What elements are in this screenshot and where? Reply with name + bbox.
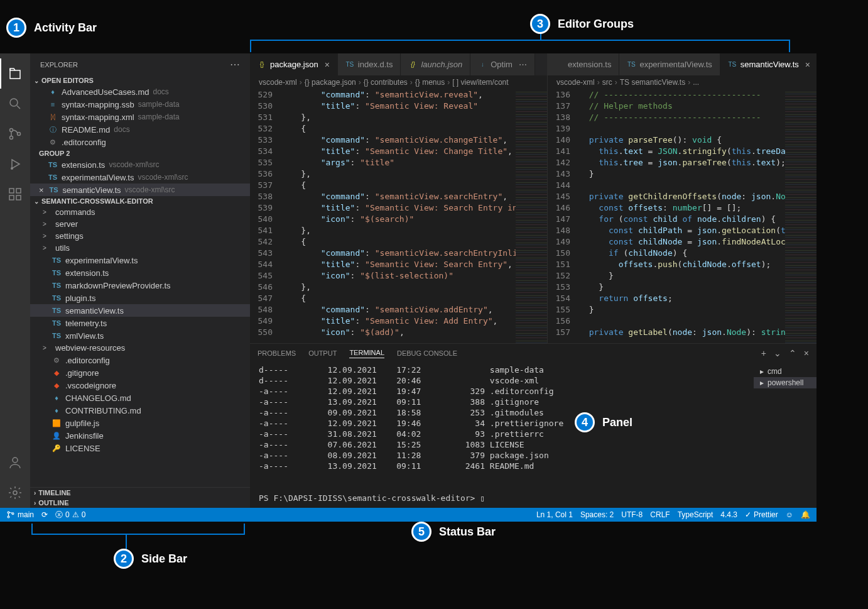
annotation-label: Side Bar xyxy=(141,552,187,565)
sync-status[interactable]: ⟳ xyxy=(41,510,48,519)
more-icon[interactable]: ⋯ xyxy=(230,58,240,70)
tree-item[interactable]: ♦CHANGELOG.md xyxy=(30,392,250,404)
accounts-icon[interactable] xyxy=(0,447,30,478)
vscode-window: EXPLORER ⋯ ⌄OPEN EDITORS ♦AdvancedUseCas… xyxy=(0,53,816,522)
panel-tab[interactable]: TERMINAL xyxy=(349,348,384,358)
tree-item[interactable]: 🔑LICENSE xyxy=(30,442,250,454)
editor-tab[interactable]: TSsemanticView.ts× xyxy=(720,53,816,75)
panel-tab[interactable]: OUTPUT xyxy=(308,348,337,358)
open-editor-item[interactable]: ♦AdvancedUseCases.md docs xyxy=(30,85,250,98)
terminal-output[interactable]: d----- 12.09.2021 17:22 sample-data d---… xyxy=(250,362,754,508)
timeline-header[interactable]: ›TIMELINE xyxy=(30,487,250,498)
project-header[interactable]: ⌄SEMANTIC-CROSSWALK-EDITOR xyxy=(30,196,250,206)
editor-tab[interactable]: extension.ts xyxy=(548,53,619,75)
tree-item[interactable]: TSxmlView.ts xyxy=(30,329,250,342)
tree-item[interactable]: TSsemanticView.ts xyxy=(30,304,250,317)
open-editor-item[interactable]: ⚙.editorconfig xyxy=(30,136,250,148)
search-icon[interactable] xyxy=(0,89,30,119)
feedback-icon[interactable]: ☺ xyxy=(786,510,793,519)
editor-group-2: extension.tsTSexperimentalView.tsTSseman… xyxy=(548,53,816,343)
group2-header[interactable]: GROUP 2 xyxy=(30,148,250,158)
annotation-label: Editor Groups xyxy=(558,18,634,30)
annotation-label: Activity Bar xyxy=(34,21,97,34)
prettier-status[interactable]: ✓ Prettier xyxy=(745,510,778,519)
indent-status[interactable]: Spaces: 2 xyxy=(580,510,614,519)
open-editor-item[interactable]: TSextension.ts vscode-xml\src xyxy=(30,158,250,171)
language-status[interactable]: TypeScript xyxy=(678,510,713,519)
extensions-icon[interactable] xyxy=(0,179,30,209)
minimap[interactable] xyxy=(516,89,547,343)
sidebar-title: EXPLORER ⋯ xyxy=(30,53,250,75)
run-debug-icon[interactable] xyxy=(0,149,30,179)
open-editor-item[interactable]: ×TSsemanticView.ts vscode-xml\src xyxy=(30,184,250,196)
eol-status[interactable]: CRLF xyxy=(650,510,670,519)
open-editors-header[interactable]: ⌄OPEN EDITORS xyxy=(30,75,250,85)
editor-tab[interactable]: TSexperimentalView.ts xyxy=(619,53,720,75)
tree-item[interactable]: TSexperimentalView.ts xyxy=(30,254,250,266)
tree-item[interactable]: >settings xyxy=(30,230,250,242)
code-editor[interactable]: 5295305315325335345355365375385395405415… xyxy=(250,89,547,343)
editor-tab[interactable]: TSindex.d.ts xyxy=(338,53,401,75)
panel: PROBLEMSOUTPUTTERMINALDEBUG CONSOLE+⌄⌃× … xyxy=(250,343,816,508)
encoding-status[interactable]: UTF-8 xyxy=(621,510,643,519)
editor-tab[interactable]: ↓Optim⋯ xyxy=(470,53,535,75)
branch-status[interactable]: main xyxy=(6,510,34,519)
tree-item[interactable]: TSmarkdownPreviewProvider.ts xyxy=(30,279,250,292)
svg-point-11 xyxy=(13,491,17,495)
tree-item[interactable]: ◆.gitignore xyxy=(30,366,250,379)
breadcrumb[interactable]: vscode-xml › {} package.json › {} contri… xyxy=(250,75,547,89)
tree-item[interactable]: >commands xyxy=(30,206,250,218)
svg-rect-8 xyxy=(16,195,21,200)
terminal-instance[interactable]: ▸powershell xyxy=(754,377,816,388)
editor-area: {}package.json×TSindex.d.ts{}launch.json… xyxy=(250,53,816,508)
svg-point-3 xyxy=(10,136,13,140)
maximize-panel-icon[interactable]: ⌃ xyxy=(789,348,796,358)
open-editor-item[interactable]: ≡syntax-mapping.ssb sample-data xyxy=(30,98,250,111)
tree-item[interactable]: TStelemetry.ts xyxy=(30,317,250,329)
panel-tab[interactable]: PROBLEMS xyxy=(258,348,296,358)
outline-header[interactable]: ›OUTLINE xyxy=(30,498,250,508)
activity-bar xyxy=(0,53,30,508)
tab-actions[interactable] xyxy=(537,53,547,75)
svg-rect-9 xyxy=(16,189,21,193)
minimap[interactable] xyxy=(785,89,816,343)
cursor-position[interactable]: Ln 1, Col 1 xyxy=(536,510,573,519)
svg-rect-6 xyxy=(9,189,14,193)
tree-item[interactable]: >webview-resources xyxy=(30,342,250,354)
tree-item[interactable]: ♦CONTRIBUTING.md xyxy=(30,404,250,417)
breadcrumb[interactable]: vscode-xml › src › TS semanticView.ts › … xyxy=(548,75,816,89)
svg-point-12 xyxy=(8,512,9,513)
editor-group-1: {}package.json×TSindex.d.ts{}launch.json… xyxy=(250,53,548,343)
tree-item[interactable]: 👤Jenkinsfile xyxy=(30,429,250,442)
tree-item[interactable]: ◆.vscodeignore xyxy=(30,379,250,392)
problems-status[interactable]: ⓧ 0 ⚠ 0 xyxy=(55,510,85,520)
bell-icon[interactable]: 🔔 xyxy=(801,510,810,519)
svg-point-5 xyxy=(11,167,13,170)
open-editor-item[interactable]: TSexperimentalView.ts vscode-xml\src xyxy=(30,171,250,184)
tree-item[interactable]: TSextension.ts xyxy=(30,266,250,279)
tree-item[interactable]: >utils xyxy=(30,242,250,254)
tree-item[interactable]: 🟧gulpfile.js xyxy=(30,417,250,429)
close-panel-icon[interactable]: × xyxy=(804,348,809,358)
tree-item[interactable]: ⚙.editorconfig xyxy=(30,354,250,366)
code-editor[interactable]: 1361371381391401411421431441451461471481… xyxy=(548,89,816,343)
source-control-icon[interactable] xyxy=(0,119,30,149)
tree-item[interactable]: TSplugin.ts xyxy=(30,292,250,304)
ts-version[interactable]: 4.4.3 xyxy=(720,510,737,519)
editor-tab[interactable]: {}package.json× xyxy=(250,53,338,75)
open-editor-item[interactable]: ⓘREADME.md docs xyxy=(30,123,250,136)
svg-line-1 xyxy=(17,106,20,109)
explorer-icon[interactable] xyxy=(0,58,30,89)
new-terminal-icon[interactable]: + xyxy=(761,348,766,358)
terminal-instance[interactable]: ▸cmd xyxy=(760,366,810,377)
open-editor-item[interactable]: ᛞsyntax-mapping.xml sample-data xyxy=(30,111,250,123)
split-terminal-icon[interactable]: ⌄ xyxy=(774,348,781,358)
sidebar: EXPLORER ⋯ ⌄OPEN EDITORS ♦AdvancedUseCas… xyxy=(30,53,250,508)
tree-item[interactable]: >server xyxy=(30,218,250,230)
panel-tab[interactable]: DEBUG CONSOLE xyxy=(397,348,457,358)
terminal-list: ▸cmd▸powershell xyxy=(754,362,816,508)
editor-tab[interactable]: {}launch.json xyxy=(401,53,470,75)
settings-icon[interactable] xyxy=(0,478,30,508)
svg-rect-7 xyxy=(9,195,14,200)
panel-tabs: PROBLEMSOUTPUTTERMINALDEBUG CONSOLE+⌄⌃× xyxy=(250,344,816,362)
